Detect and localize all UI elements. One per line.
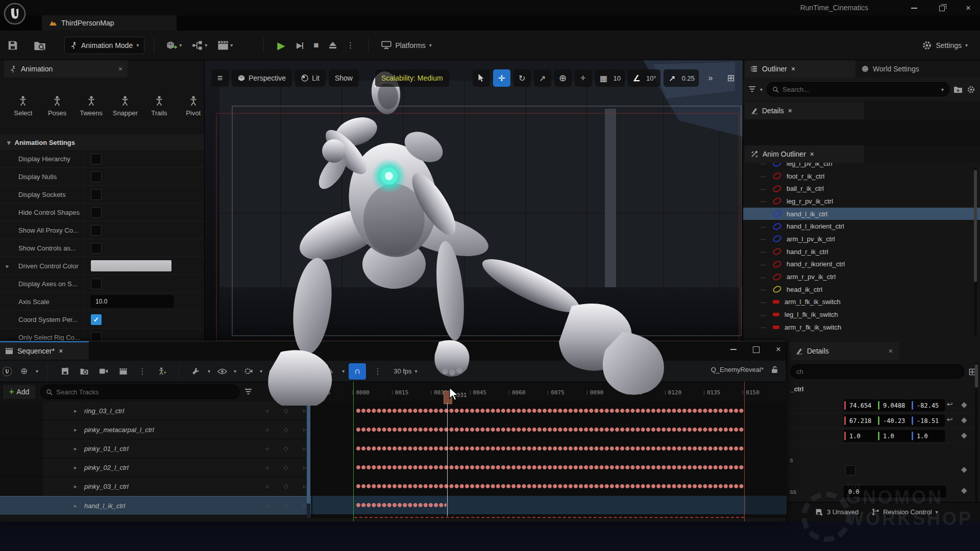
playback-options-icon[interactable]: [240, 364, 256, 379]
expander-icon[interactable]: [74, 503, 77, 509]
keyframe-nav[interactable]: [265, 426, 306, 433]
render-movie-icon[interactable]: [115, 364, 131, 379]
expander-icon[interactable]: [6, 263, 9, 269]
browse-content-icon[interactable]: [34, 40, 46, 51]
close-icon[interactable]: [810, 150, 814, 158]
setting-checkbox[interactable]: [91, 189, 102, 200]
stop-button[interactable]: [313, 40, 318, 51]
save-sequence-icon[interactable]: [57, 364, 72, 379]
add-key-icon[interactable]: [283, 445, 288, 452]
close-icon[interactable]: [791, 65, 795, 73]
control-list-item[interactable]: arm_r_fk_ik_switch: [743, 321, 980, 334]
scrollbar-thumb[interactable]: [974, 170, 977, 282]
details-tab[interactable]: Details: [745, 102, 864, 119]
keyframe-row[interactable]: [312, 477, 787, 496]
control-list-item[interactable]: foot_r_ik_ctrl: [743, 170, 980, 183]
y-value-field[interactable]: 9.0488: [877, 399, 911, 411]
prev-key-icon[interactable]: [265, 483, 268, 490]
x-value-field[interactable]: 1.0: [844, 430, 877, 442]
more-options-icon[interactable]: [347, 40, 355, 50]
keyframes[interactable]: [356, 446, 744, 451]
keyframe-row[interactable]: [312, 439, 787, 458]
snap-options-icon[interactable]: [370, 364, 385, 379]
keyframe-nav[interactable]: [265, 483, 306, 490]
keyframe-diamond-icon[interactable]: [961, 465, 967, 474]
camera-icon[interactable]: [96, 364, 111, 379]
animation-tool-button[interactable]: Poses: [42, 95, 72, 117]
outliner-settings-gear-icon[interactable]: [967, 85, 975, 94]
expander-icon[interactable]: [74, 427, 77, 433]
y-value-field[interactable]: -40.23: [877, 415, 911, 427]
color-swatch[interactable]: [91, 260, 172, 271]
keyframe-edit-mode-icon[interactable]: [323, 364, 338, 379]
close-icon[interactable]: [59, 347, 63, 355]
prev-key-icon[interactable]: [265, 407, 268, 414]
scale-tool[interactable]: [534, 69, 551, 87]
setting-checkbox[interactable]: [91, 243, 102, 254]
chevron-down-icon[interactable]: [760, 87, 763, 92]
auto-key-button[interactable]: [298, 363, 318, 380]
setting-number-field[interactable]: 10.0: [91, 295, 174, 308]
add-actor-button[interactable]: [163, 37, 185, 54]
chevron-down-icon[interactable]: [36, 368, 38, 374]
filter-icon[interactable]: [748, 86, 756, 92]
expander-icon[interactable]: [74, 483, 77, 490]
keyframe-row[interactable]: [312, 420, 787, 439]
eject-button[interactable]: [329, 42, 336, 48]
perspective-select[interactable]: Perspective: [232, 69, 292, 87]
control-list-item[interactable]: head_ik_ctrl: [743, 283, 980, 296]
add-key-icon[interactable]: [283, 483, 288, 490]
details-panel-tab[interactable]: Details: [790, 342, 899, 360]
expander-icon[interactable]: [74, 464, 77, 471]
scale-snap-group[interactable]: 0.25: [664, 69, 699, 87]
fps-select[interactable]: 30 fps: [394, 367, 417, 375]
rotation-snap-group[interactable]: 10°: [628, 69, 660, 87]
snap-magnet-button[interactable]: [349, 363, 366, 380]
prev-key-icon[interactable]: [265, 426, 268, 433]
level-tab[interactable]: ThirdPersonMap: [42, 15, 177, 31]
next-key-icon[interactable]: [303, 407, 306, 414]
control-list-item[interactable]: ball_r_ik_ctrl: [743, 182, 980, 195]
next-key-icon[interactable]: [303, 502, 306, 509]
grid-snap-group[interactable]: 10: [595, 69, 625, 87]
track-row[interactable]: pinky_03_l_ctrl: [0, 477, 311, 496]
control-list-item[interactable]: leg_l_pv_ik_ctrl: [743, 163, 980, 170]
next-key-icon[interactable]: [303, 426, 306, 433]
more-options-icon[interactable]: [135, 364, 150, 379]
save-icon[interactable]: [7, 40, 18, 51]
keyframe-area[interactable]: [311, 402, 787, 518]
details-scrollbar-thumb[interactable]: [975, 364, 978, 388]
select-tool[interactable]: [473, 69, 490, 87]
world-coordinate-icon[interactable]: [554, 69, 572, 87]
setting-checkbox[interactable]: [91, 171, 102, 182]
control-list-item[interactable]: hand_l_ik_ctrl: [743, 208, 980, 220]
curves-icon[interactable]: [16, 364, 32, 379]
browse-sequence-icon[interactable]: [77, 364, 92, 379]
outliner-search-input[interactable]: Search...: [767, 82, 949, 96]
chevron-down-icon[interactable]: [260, 368, 262, 374]
setting-checkbox[interactable]: [91, 279, 102, 289]
track-row[interactable]: ring_03_l_ctrl: [0, 402, 311, 420]
keyframe-row[interactable]: [312, 496, 787, 515]
animation-tool-button[interactable]: Pivot: [179, 95, 208, 117]
cinematics-button[interactable]: [214, 37, 236, 54]
details-checkbox[interactable]: [845, 465, 855, 475]
animation-tool-button[interactable]: Select: [8, 95, 38, 117]
viewport-menu-icon[interactable]: [211, 69, 229, 87]
setting-checkbox[interactable]: [91, 314, 102, 325]
close-button[interactable]: ×: [963, 4, 974, 12]
x-value-field[interactable]: 67.218: [844, 415, 877, 427]
animation-tool-button[interactable]: Tweens: [77, 95, 106, 117]
prev-key-icon[interactable]: [265, 445, 268, 452]
details-search-input[interactable]: ch: [791, 364, 964, 379]
animation-panel-tab[interactable]: Animation: [4, 60, 128, 78]
new-folder-icon[interactable]: [953, 86, 963, 93]
prev-key-icon[interactable]: [265, 464, 268, 471]
restore-button[interactable]: [936, 4, 947, 12]
playback-end-marker[interactable]: [744, 382, 745, 521]
keyframe-diamond-icon[interactable]: [961, 486, 967, 495]
z-value-field[interactable]: 1.0: [911, 430, 945, 442]
track-row[interactable]: pinky_metacarpal_l_ctrl: [0, 420, 311, 439]
x-value-field[interactable]: 74.654: [844, 399, 877, 411]
track-row[interactable]: pinky_02_l_ctrl: [0, 458, 311, 477]
